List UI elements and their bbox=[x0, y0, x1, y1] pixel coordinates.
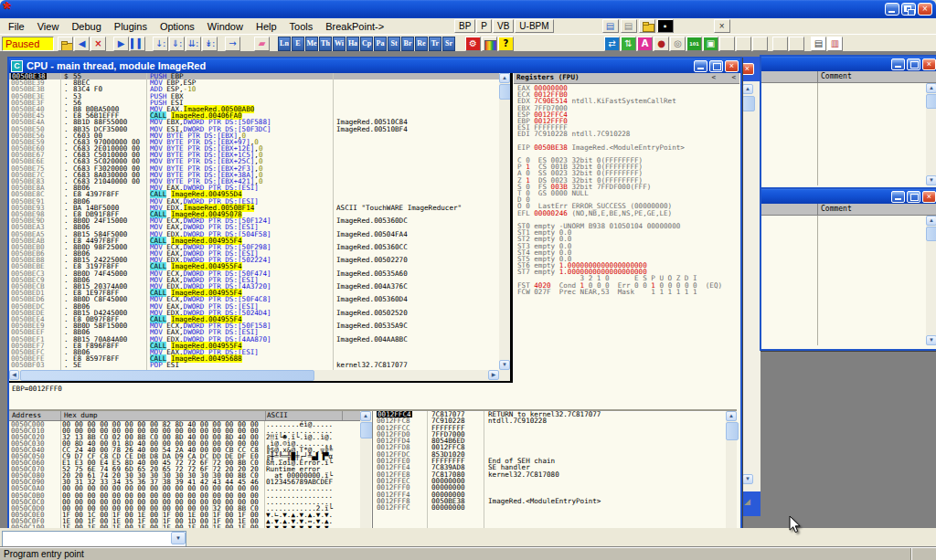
scroll-thumb[interactable] bbox=[20, 370, 314, 381]
maximize-icon[interactable] bbox=[907, 58, 920, 70]
extra-button-3[interactable] bbox=[752, 37, 768, 51]
scroll-up-icon[interactable]: ▲ bbox=[360, 411, 371, 421]
stack-row[interactable]: 0012FFF000000000 bbox=[373, 484, 738, 491]
pattern-icon[interactable]: ◎ bbox=[670, 37, 686, 51]
comment-window-1-content[interactable] bbox=[761, 83, 922, 185]
comment-window-2-titlebar[interactable]: × bbox=[761, 189, 936, 204]
window-button-e[interactable]: E bbox=[292, 37, 304, 51]
comment-window-2-content[interactable] bbox=[761, 216, 922, 345]
window-button-re[interactable]: Re bbox=[415, 37, 428, 51]
record-icon[interactable]: ● bbox=[654, 37, 669, 51]
register-line[interactable]: EIP 0050BE38 ImageRed.<ModuleEntryPoint> bbox=[517, 144, 722, 151]
restore-button[interactable] bbox=[901, 3, 916, 16]
resize-grip[interactable]: ◢ bbox=[744, 497, 750, 506]
scroll-thumb[interactable] bbox=[726, 422, 739, 440]
stack-row[interactable]: 0012FFCCFFFFFFFF bbox=[373, 425, 738, 431]
scroll-up-icon[interactable]: ▲ bbox=[499, 73, 510, 83]
execute-till-return-icon[interactable]: → bbox=[225, 37, 240, 51]
stack-row[interactable]: 0012FFC87C910228ntdll.7C910228 bbox=[373, 417, 738, 424]
close-icon[interactable]: × bbox=[922, 58, 936, 70]
help-icon[interactable]: ? bbox=[498, 37, 514, 51]
plugin-button-bp[interactable]: BP bbox=[454, 19, 475, 33]
appearance-icon[interactable] bbox=[482, 37, 497, 51]
extra-button-1[interactable] bbox=[719, 37, 735, 51]
extra-button-5[interactable] bbox=[789, 37, 804, 51]
highlight-icon[interactable]: A bbox=[637, 37, 653, 51]
scroll-up-icon[interactable]: ▲ bbox=[926, 216, 936, 226]
extra-button-2[interactable] bbox=[736, 37, 751, 51]
window-button-wi[interactable]: Wi bbox=[333, 37, 346, 51]
register-line[interactable]: EDI 7C910228 ntdll.7C910228 bbox=[517, 131, 722, 137]
stack-row[interactable]: 0012FFFC00000000 bbox=[373, 504, 738, 511]
scroll-left-icon[interactable]: ◀ bbox=[9, 370, 19, 380]
disasm-row[interactable]: 0050BF03.5EPOP ESIkernel32.7C817077 bbox=[9, 362, 499, 368]
window-button-pa[interactable]: Pa bbox=[374, 37, 387, 51]
window-button-tr[interactable]: Tr bbox=[429, 37, 441, 51]
column-comment[interactable]: Comment bbox=[821, 205, 852, 213]
window-button-me[interactable]: Me bbox=[305, 37, 318, 51]
background-window-close-icon[interactable]: × bbox=[740, 63, 754, 75]
menu-item-help[interactable]: Help bbox=[250, 20, 283, 33]
menu-item-breakpoint[interactable]: BreakPoint-> bbox=[319, 20, 390, 33]
stack-row[interactable]: 0012FFE0FFFFFFFFEnd of SEH chain bbox=[373, 458, 738, 464]
command-combobox[interactable]: ▼ bbox=[2, 531, 186, 547]
register-line[interactable]: T 0 GS 0000 NULL bbox=[517, 190, 722, 196]
dump-col-ascii[interactable]: ASCII bbox=[264, 411, 343, 420]
scroll-down-icon[interactable]: ▼ bbox=[926, 335, 936, 345]
go-to-address-icon[interactable]: ▰ bbox=[254, 37, 270, 51]
comment-window-1-scrollbar[interactable]: ▲ ▼ bbox=[926, 83, 936, 185]
stack-row[interactable]: 0012FFC47C817077RETURN to kernel32.7C817… bbox=[373, 411, 738, 417]
comment-window-2-scrollbar[interactable]: ▲ ▼ bbox=[926, 216, 936, 345]
swap-arrows-icon[interactable]: ⇄ bbox=[604, 37, 620, 51]
menu-item-options[interactable]: Options bbox=[154, 20, 201, 33]
scroll-up-icon[interactable]: ▲ bbox=[926, 83, 936, 93]
cpu-titlebar[interactable]: C CPU - main thread, module ImageRed × bbox=[9, 58, 740, 73]
window-button-sr[interactable]: Sr bbox=[442, 37, 455, 51]
menu-item-plugins[interactable]: Plugins bbox=[108, 20, 154, 33]
window-button-br[interactable]: Br bbox=[401, 37, 414, 51]
layout-columns-icon[interactable]: ▤ bbox=[811, 37, 826, 51]
minimize-button[interactable] bbox=[885, 3, 899, 16]
menu-item-file[interactable]: File bbox=[2, 20, 31, 33]
cpu-maximize-icon[interactable] bbox=[709, 60, 723, 72]
menu-item-view[interactable]: View bbox=[31, 20, 66, 33]
registers-pane[interactable]: Registers (FPU) < < EAX 00000000ECX 0012… bbox=[514, 73, 737, 409]
scroll-thumb[interactable] bbox=[742, 96, 755, 111]
stack-row[interactable]: 0012FFD48054B6ED bbox=[373, 438, 738, 444]
registers-collapse-icon[interactable]: < bbox=[731, 73, 736, 82]
plugin-button-ubpm[interactable]: U-BPM bbox=[515, 19, 553, 33]
close-button[interactable]: × bbox=[918, 3, 932, 16]
source-window-icon[interactable]: ▤ bbox=[621, 19, 637, 33]
scroll-thumb[interactable] bbox=[926, 94, 936, 109]
run-icon[interactable]: ▶ bbox=[113, 37, 129, 51]
window-button-ha[interactable]: Ha bbox=[346, 37, 359, 51]
console-window-icon[interactable]: ▪ bbox=[657, 19, 674, 33]
step-over-icon[interactable]: ⇓: bbox=[169, 37, 185, 51]
scroll-up-icon[interactable]: ▲ bbox=[742, 84, 753, 94]
combo-dropdown-icon[interactable]: ▼ bbox=[171, 532, 186, 544]
plugin-button-p[interactable]: P bbox=[476, 19, 492, 33]
screen-icon[interactable]: ▣ bbox=[703, 37, 718, 51]
disasm-row[interactable]: 0050BE3B.83C4 F0ADD ESP,-10 bbox=[9, 86, 499, 92]
cpu-close-icon[interactable]: × bbox=[725, 60, 739, 72]
stack-row[interactable]: 0012FFE87C817080kernel32.7C817080 bbox=[373, 471, 738, 478]
info-pane[interactable]: EBP=0012FFF0 bbox=[9, 383, 513, 409]
open-file-icon[interactable] bbox=[58, 37, 73, 51]
comment-window-1-titlebar[interactable]: × bbox=[761, 57, 936, 71]
disasm-hscrollbar[interactable]: ◀ ▶ bbox=[9, 370, 510, 381]
registers-lines[interactable]: EAX 00000000ECX 0012FFB0EDX 7C90E514 ntd… bbox=[517, 85, 722, 295]
registers-collapse-icon[interactable]: < bbox=[711, 73, 716, 82]
close-program-icon[interactable]: × bbox=[90, 37, 106, 51]
pause-icon[interactable]: ▍▍ bbox=[130, 37, 145, 51]
register-line[interactable]: EFL 00000246 (NO,NB,E,BE,NS,PE,GE,LE) bbox=[517, 210, 722, 217]
minimize-icon[interactable] bbox=[891, 191, 905, 203]
stack-row[interactable]: 0012FFEC00000000 bbox=[373, 478, 738, 484]
animate-over-icon[interactable]: ↡: bbox=[202, 37, 218, 51]
menu-item-tools[interactable]: Tools bbox=[283, 20, 320, 33]
dump-pane[interactable]: Address Hex dump ASCII 0050C00000 00 00 … bbox=[9, 411, 360, 530]
scroll-up-icon[interactable]: ▲ bbox=[726, 411, 737, 421]
dump-col-hex[interactable]: Hex dump bbox=[61, 411, 266, 420]
disassembly-pane[interactable]: 0050BE38$55PUSH EBP0050BE39.8BECMOV EBP,… bbox=[9, 73, 499, 370]
close-icon[interactable]: × bbox=[922, 191, 936, 203]
debugging-options-icon[interactable]: ⚙ bbox=[465, 37, 481, 51]
